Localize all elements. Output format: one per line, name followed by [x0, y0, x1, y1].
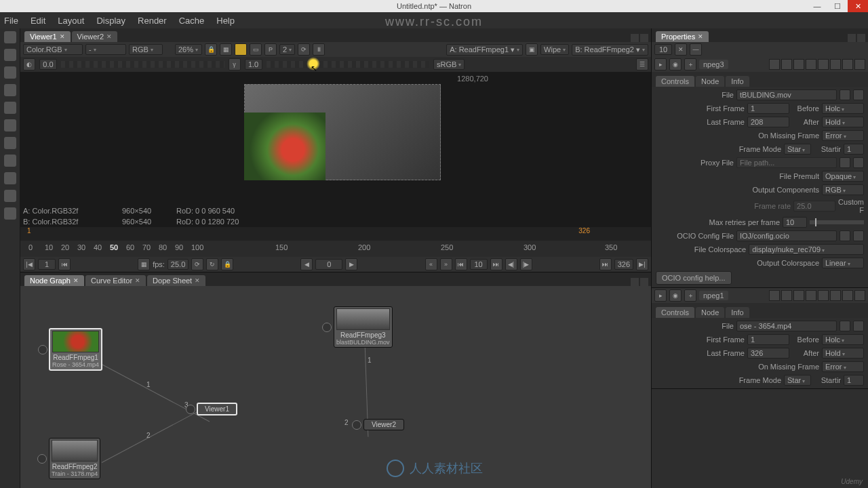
tool-shape-icon[interactable] — [4, 119, 16, 131]
wipe-select[interactable]: Wipe — [540, 44, 569, 55]
undo-icon[interactable] — [781, 59, 792, 70]
node-viewer2[interactable]: Viewer2 — [363, 419, 404, 430]
menu-render[interactable]: Render — [138, 16, 167, 26]
subtab-info[interactable]: Info — [726, 76, 749, 87]
close-icon[interactable] — [854, 59, 865, 70]
gamma-toggle-icon[interactable]: γ — [229, 58, 241, 70]
subtab-controls[interactable]: Controls — [656, 307, 694, 318]
menu-help[interactable]: Help — [216, 16, 235, 26]
lut-select[interactable]: sRGB — [433, 59, 465, 70]
subtab-controls[interactable]: Controls — [656, 76, 694, 87]
last-frame-icon[interactable]: ▶| — [636, 258, 648, 270]
browse-icon[interactable] — [840, 230, 850, 241]
node-readffmpeg3[interactable]: ReadFFmpeg3 blastBULDING.mov — [334, 306, 393, 348]
center-icon[interactable]: ◉ — [669, 58, 682, 70]
max-panels-field[interactable]: 10 — [654, 44, 672, 55]
file-field[interactable]: ose - 3654.mp4 — [736, 321, 837, 331]
before-select[interactable]: Holc — [822, 103, 864, 114]
before-select[interactable]: Holc — [822, 334, 864, 345]
pane-close-icon[interactable] — [640, 34, 648, 42]
reload-icon[interactable] — [853, 321, 864, 331]
lock-fps-icon[interactable]: 🔒 — [221, 258, 233, 270]
menu-edit[interactable]: Edit — [31, 16, 45, 26]
pane-float-icon[interactable] — [848, 34, 856, 42]
timeline-range[interactable]: 1 326 — [20, 227, 651, 241]
help-icon[interactable] — [818, 290, 829, 301]
sync-icon[interactable]: ⟳ — [191, 258, 203, 270]
pane-float-icon[interactable] — [631, 278, 639, 286]
after-select[interactable]: Hold — [822, 348, 864, 359]
first-frame-icon[interactable]: |◀ — [23, 258, 35, 270]
gamma-field[interactable]: 1.0 — [245, 59, 262, 70]
redo-icon[interactable] — [793, 290, 804, 301]
minimize-icon[interactable] — [830, 290, 841, 301]
frame-mode-select[interactable]: Star — [784, 144, 811, 155]
prev-key-icon[interactable]: « — [425, 258, 437, 270]
tool-misc-icon[interactable] — [4, 172, 16, 184]
next-incr-icon[interactable]: |▶ — [520, 258, 532, 270]
input-a-select[interactable]: A: ReadFFmpeg1 ▾ — [446, 44, 523, 56]
tab-viewer1[interactable]: Viewer1✕ — [24, 31, 71, 42]
gamma-slider[interactable] — [267, 61, 430, 68]
close-icon[interactable]: ✕ — [195, 277, 200, 284]
proxy-icon[interactable]: P — [264, 43, 277, 56]
step-field[interactable]: 10 — [470, 259, 488, 270]
eye-icon[interactable] — [186, 405, 195, 414]
refresh-icon[interactable]: ⟳ — [298, 43, 310, 56]
first-frame-field[interactable]: 1 — [747, 334, 789, 345]
ocio-help-button[interactable]: OCIO config help... — [656, 271, 732, 285]
cache-icon[interactable]: ▦ — [138, 258, 150, 270]
render-icon[interactable] — [235, 43, 247, 56]
first-frame-field[interactable]: 1 — [747, 103, 789, 114]
browse-icon[interactable] — [840, 157, 850, 168]
after-select[interactable]: Hold — [822, 117, 864, 127]
fit-icon[interactable]: ▦ — [220, 43, 232, 56]
subtab-node[interactable]: Node — [696, 76, 724, 87]
tab-node-graph[interactable]: Node Graph✕ — [24, 275, 84, 286]
downscale-select[interactable]: 2 — [279, 44, 295, 55]
restore-icon[interactable] — [806, 290, 816, 301]
close-icon[interactable]: ✕ — [106, 33, 112, 40]
frame-mode-select[interactable]: Star — [784, 375, 811, 386]
roi-icon[interactable]: ▭ — [250, 43, 262, 56]
undo-icon[interactable] — [781, 290, 792, 301]
fps-field[interactable]: 25.0 — [167, 259, 189, 270]
tool-tracker-icon[interactable] — [4, 155, 16, 167]
tool-star-icon[interactable] — [4, 207, 16, 220]
retries-slider[interactable] — [810, 220, 864, 224]
play-fwd-icon[interactable]: ▶ — [345, 258, 357, 270]
node-name-field[interactable]: npeg3 — [699, 60, 728, 69]
viewer-canvas[interactable]: 1280,720 A: Color.RGB32f B: Color.RGB32f… — [20, 72, 651, 227]
checker-icon[interactable]: ☰ — [636, 58, 648, 70]
file-field[interactable]: tBULDING.mov — [736, 89, 837, 100]
frame-out-field[interactable]: 326 — [614, 259, 633, 270]
gain-slider[interactable] — [61, 61, 224, 68]
close-icon[interactable]: ✕ — [698, 33, 703, 40]
input-b-select[interactable]: B: ReadFFmpeg2 ▾ — [572, 44, 648, 56]
expand-icon[interactable]: ▸ — [654, 58, 667, 70]
next-key-icon[interactable]: » — [440, 258, 452, 270]
close-icon[interactable]: ✕ — [135, 277, 140, 284]
pause-icon[interactable]: ⏸ — [313, 43, 325, 56]
eye-icon[interactable] — [38, 345, 47, 354]
float-icon[interactable] — [842, 290, 853, 301]
reload-icon[interactable] — [853, 157, 864, 168]
premult-select[interactable]: Opaque — [822, 171, 864, 182]
tab-properties[interactable]: Properties✕ — [656, 31, 709, 42]
zoom-select[interactable]: 26% — [175, 44, 202, 55]
on-missing-select[interactable]: Error — [822, 130, 864, 141]
reload-icon[interactable] — [853, 230, 864, 241]
node-viewer1[interactable]: Viewer1 — [197, 403, 237, 415]
gain-toggle-icon[interactable]: ◐ — [23, 58, 35, 70]
output-components-select[interactable]: RGB — [822, 184, 864, 195]
minimize-icon[interactable] — [830, 59, 841, 70]
tool-roto-icon[interactable] — [4, 49, 16, 61]
lock-icon[interactable]: 🔒 — [205, 43, 217, 56]
subtab-node[interactable]: Node — [696, 307, 724, 318]
eye-icon[interactable] — [37, 454, 47, 464]
redo-icon[interactable] — [793, 59, 804, 70]
tool-text-icon[interactable] — [4, 137, 16, 149]
add-icon[interactable]: ＋ — [684, 58, 696, 70]
node-graph-canvas[interactable]: 1 2 3 1 2 ReadFFmpeg1 Rose - 3654.mp4 Re… — [20, 286, 651, 488]
timeline-ruler[interactable]: 0 10 20 30 40 50 60 70 80 90 100 150 200… — [20, 241, 651, 257]
